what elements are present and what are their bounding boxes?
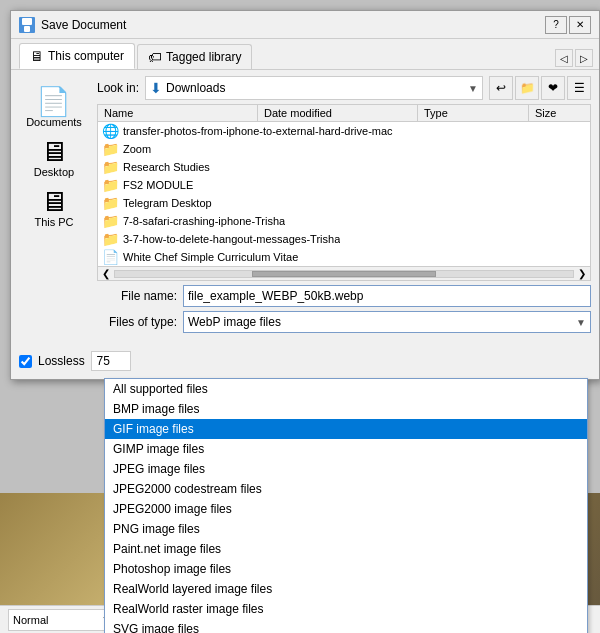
scroll-right-arrow[interactable]: ❯ (576, 268, 588, 279)
view-button[interactable]: ☰ (567, 76, 591, 100)
main-content: 📄 Documents 🖥 Desktop 🖥 This PC Look in:… (11, 70, 599, 339)
filetype-row: Files of type: WebP image files ▼ (97, 311, 591, 333)
dropdown-item[interactable]: SVG image files (105, 619, 587, 633)
list-item[interactable]: 📁 Telegram Desktop (98, 194, 590, 212)
dialog-bottom: Lossless (11, 339, 599, 379)
col-type[interactable]: Type (418, 105, 529, 121)
look-in-label: Look in: (97, 81, 139, 95)
list-item[interactable]: 📄 White Chef Simple Curriculum Vitae (98, 248, 590, 266)
dropdown-item[interactable]: PNG image files (105, 519, 587, 539)
dropdown-item[interactable]: BMP image files (105, 399, 587, 419)
file-icon: 📁 (102, 213, 119, 229)
lossless-row: Lossless (19, 351, 591, 371)
file-icon: 📁 (102, 159, 119, 175)
dropdown-item[interactable]: JPEG image files (105, 459, 587, 479)
file-item-name: 3-7-how-to-delete-hangout-messages-Trish… (123, 233, 340, 245)
file-list-container: Name Date modified Type Size 🌐 transfer-… (97, 104, 591, 281)
list-item[interactable]: 🌐 transfer-photos-from-iphone-to-externa… (98, 122, 590, 140)
file-icon: 📁 (102, 177, 119, 193)
dropdown-item[interactable]: RealWorld layered image files (105, 579, 587, 599)
file-item-name: 7-8-safari-crashing-iphone-Trisha (123, 215, 285, 227)
lossless-label: Lossless (38, 354, 85, 368)
list-item[interactable]: 📁 FS2 MODULE (98, 176, 590, 194)
file-item-name: Telegram Desktop (123, 197, 212, 209)
dropdown-item[interactable]: Paint.net image files (105, 539, 587, 559)
help-button[interactable]: ? (545, 16, 567, 34)
dropdown-item[interactable]: GIF image files (105, 419, 587, 439)
sidebar-item-this-pc[interactable]: 🖥 This PC (32, 186, 75, 230)
list-item[interactable]: 📁 Zoom (98, 140, 590, 158)
close-button[interactable]: ✕ (569, 16, 591, 34)
filetype-dropdown: All supported filesBMP image filesGIF im… (104, 378, 588, 633)
filename-input[interactable] (183, 285, 591, 307)
col-name[interactable]: Name (98, 105, 258, 121)
scroll-thumb (252, 271, 435, 277)
col-size[interactable]: Size (529, 105, 590, 121)
dropdown-item[interactable]: All supported files (105, 379, 587, 399)
filename-row: File name: (97, 285, 591, 307)
list-item[interactable]: 📁 7-8-safari-crashing-iphone-Trisha (98, 212, 590, 230)
favorites-button[interactable]: ❤ (541, 76, 565, 100)
nav-prev-button[interactable]: ◁ (555, 49, 573, 67)
file-icon: 📁 (102, 195, 119, 211)
sidebar-documents-label: Documents (26, 116, 82, 128)
status-mode-text: Normal (13, 614, 48, 626)
status-mode-dropdown[interactable]: Normal ▼ (8, 609, 118, 631)
sidebar-item-desktop[interactable]: 🖥 Desktop (32, 136, 76, 180)
back-button[interactable]: ↩ (489, 76, 513, 100)
nav-next-button[interactable]: ▷ (575, 49, 593, 67)
sidebar-desktop-label: Desktop (34, 166, 74, 178)
file-item-name: White Chef Simple Curriculum Vitae (123, 251, 298, 263)
current-folder-text: Downloads (166, 81, 468, 95)
filetype-combo-arrow: ▼ (576, 317, 586, 328)
dropdown-item[interactable]: GIMP image files (105, 439, 587, 459)
tab-tagged-library-label: Tagged library (166, 50, 241, 64)
folder-down-icon: ⬇ (150, 80, 162, 96)
tab-this-computer-label: This computer (48, 49, 124, 63)
file-icon: 📁 (102, 231, 119, 247)
file-panel: Look in: ⬇ Downloads ▼ ↩ 📁 ❤ ☰ Name Date… (97, 76, 591, 333)
filetype-selected-text: WebP image files (188, 315, 281, 329)
look-in-combo[interactable]: ⬇ Downloads ▼ (145, 76, 483, 100)
dialog-title: Save Document (41, 18, 126, 32)
file-icon: 📁 (102, 141, 119, 157)
dropdown-item[interactable]: Photoshop image files (105, 559, 587, 579)
scroll-track[interactable] (114, 270, 574, 278)
dropdown-item[interactable]: JPEG2000 codestream files (105, 479, 587, 499)
file-list-header: Name Date modified Type Size (98, 105, 590, 122)
dropdown-item[interactable]: JPEG2000 image files (105, 499, 587, 519)
documents-icon: 📄 (36, 88, 71, 116)
file-icon: 🌐 (102, 123, 119, 139)
scroll-left-arrow[interactable]: ❮ (100, 268, 112, 279)
filetype-label: Files of type: (97, 315, 177, 329)
file-item-name: transfer-photos-from-iphone-to-external-… (123, 125, 393, 137)
filename-label: File name: (97, 289, 177, 303)
tab-this-computer[interactable]: 🖥 This computer (19, 43, 135, 69)
new-folder-button[interactable]: 📁 (515, 76, 539, 100)
tab-tagged-library[interactable]: 🏷 Tagged library (137, 44, 252, 69)
computer-icon: 🖥 (30, 48, 44, 64)
file-list: 🌐 transfer-photos-from-iphone-to-externa… (98, 122, 590, 266)
tabs-bar: 🖥 This computer 🏷 Tagged library (11, 39, 260, 69)
quality-spinbox[interactable] (91, 351, 131, 371)
save-icon (19, 17, 35, 33)
tag-icon: 🏷 (148, 49, 162, 65)
title-bar: Save Document ? ✕ (11, 11, 599, 39)
svg-rect-1 (22, 18, 32, 25)
dropdown-item[interactable]: RealWorld raster image files (105, 599, 587, 619)
list-item[interactable]: 📁 3-7-how-to-delete-hangout-messages-Tri… (98, 230, 590, 248)
look-in-row: Look in: ⬇ Downloads ▼ ↩ 📁 ❤ ☰ (97, 76, 591, 100)
col-date[interactable]: Date modified (258, 105, 418, 121)
horizontal-scroll: ❮ ❯ (98, 266, 590, 280)
sidebar-item-documents[interactable]: 📄 Documents (24, 86, 84, 130)
svg-rect-2 (24, 26, 30, 32)
sidebar: 📄 Documents 🖥 Desktop 🖥 This PC (19, 76, 89, 333)
list-item[interactable]: 📁 Research Studies (98, 158, 590, 176)
file-item-name: Research Studies (123, 161, 210, 173)
combo-arrow-icon: ▼ (468, 83, 478, 94)
desktop-icon: 🖥 (40, 138, 68, 166)
filetype-combo[interactable]: WebP image files ▼ (183, 311, 591, 333)
sidebar-this-pc-label: This PC (34, 216, 73, 228)
lossless-checkbox[interactable] (19, 355, 32, 368)
file-icon: 📄 (102, 249, 119, 265)
